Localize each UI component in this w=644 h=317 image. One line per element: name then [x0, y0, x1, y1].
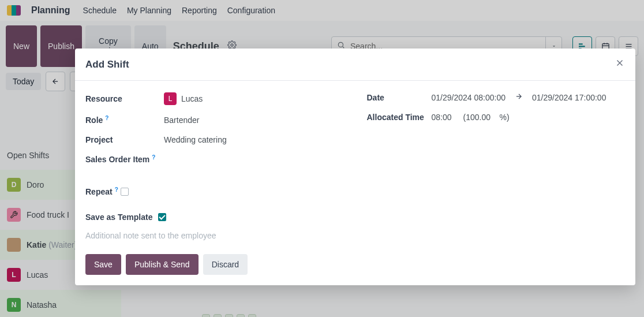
sales-order-item-field[interactable]: Sales Order Item? [85, 155, 344, 164]
arrow-right-icon [515, 92, 523, 102]
modal-footer: Save Publish & Send Discard [75, 246, 635, 285]
date-label: Date [367, 93, 432, 102]
allocated-label: Allocated Time [367, 113, 432, 122]
discard-button[interactable]: Discard [203, 254, 248, 275]
help-icon[interactable]: ? [152, 154, 155, 161]
help-icon[interactable]: ? [105, 115, 108, 121]
modal-title: Add Shift [85, 59, 129, 70]
template-checkbox[interactable] [158, 213, 166, 221]
repeat-field[interactable]: Repeat? [85, 187, 625, 196]
allocated-pct[interactable]: (100.00 %) [463, 113, 510, 122]
modal-header: Add Shift [75, 49, 635, 81]
modal-body: Resource L Lucas Role? Bartender Project… [75, 81, 635, 246]
allocated-hours[interactable]: 08:00 [432, 113, 452, 122]
soi-label: Sales Order Item? [85, 155, 164, 164]
role-value: Bartender [164, 115, 344, 125]
date-start-value[interactable]: 01/29/2024 08:00:00 [432, 93, 506, 102]
note-placeholder[interactable]: Additional note sent to the employee [85, 231, 625, 240]
resource-value: Lucas [181, 94, 203, 103]
add-shift-modal: Add Shift Resource L Lucas Role? Bartend… [75, 49, 635, 285]
save-button[interactable]: Save [85, 254, 121, 275]
date-field[interactable]: Date 01/29/2024 08:00:00 01/29/2024 17:0… [367, 92, 626, 102]
date-end-value[interactable]: 01/29/2024 17:00:00 [532, 93, 606, 102]
resource-field[interactable]: Resource L Lucas [85, 92, 344, 105]
role-label: Role? [85, 115, 164, 125]
project-field[interactable]: Project Wedding catering [85, 135, 344, 144]
repeat-checkbox[interactable] [121, 188, 129, 196]
project-value: Wedding catering [164, 135, 344, 144]
role-field[interactable]: Role? Bartender [85, 115, 344, 125]
resource-label: Resource [85, 94, 164, 103]
template-label: Save as Template [85, 212, 152, 222]
template-field[interactable]: Save as Template [85, 212, 625, 222]
repeat-label: Repeat? [85, 187, 118, 196]
project-label: Project [85, 135, 164, 144]
publish-send-button[interactable]: Publish & Send [126, 254, 199, 275]
help-icon[interactable]: ? [115, 187, 118, 193]
close-icon[interactable] [615, 58, 625, 71]
allocated-time-field[interactable]: Allocated Time 08:00 (100.00 %) [367, 113, 626, 122]
resource-avatar: L [164, 92, 177, 105]
